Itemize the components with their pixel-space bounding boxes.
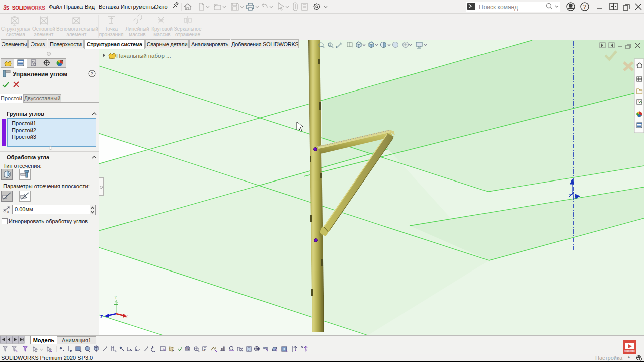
- svg-text:x: x: [125, 314, 128, 319]
- svg-text:z: z: [100, 313, 103, 319]
- svg-text:c: c: [7, 210, 9, 213]
- svg-text:?: ?: [583, 4, 586, 10]
- svg-text:A: A: [203, 349, 205, 352]
- svg-text:01: 01: [186, 348, 189, 351]
- svg-text:Y: Y: [114, 295, 117, 300]
- svg-text:Начальный набор ...: Начальный набор ...: [116, 53, 171, 59]
- svg-text:?: ?: [91, 71, 93, 76]
